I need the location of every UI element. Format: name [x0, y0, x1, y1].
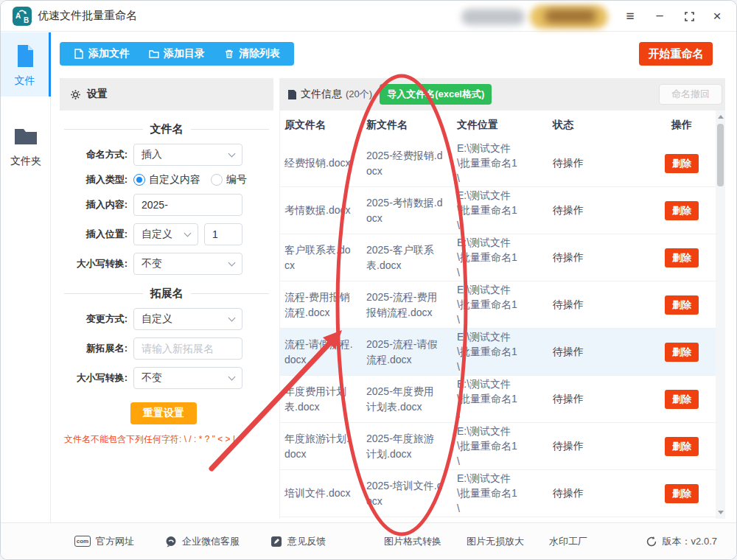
import-filenames-button[interactable]: 导入文件名(excel格式): [380, 84, 492, 105]
feedback-link[interactable]: 意见反馈: [270, 535, 326, 548]
image-lossless-enlarge-link[interactable]: 图片无损放大: [467, 535, 524, 548]
footer: com 官方网址 企业微信客服 意见反馈 图片格式转换 图片无损放大 水印工厂 …: [1, 522, 736, 559]
table-row: 年度旅游计划.docx 2025-年度旅游计划.docx E:\测试文件\批量重…: [280, 423, 725, 470]
status-badge: 待操作: [553, 487, 650, 500]
file-list-panel: 文件信息 (20个) 导入文件名(excel格式) 命名撤回 原文件名 新文件名…: [279, 78, 725, 519]
official-site-link[interactable]: com 官方网址: [74, 535, 134, 548]
settings-header: 设置: [60, 78, 273, 111]
scroll-down-icon[interactable]: [716, 508, 725, 517]
naming-method-select[interactable]: 插入: [133, 144, 242, 166]
file-blue-icon: [12, 43, 38, 69]
chat-icon: [165, 536, 177, 547]
com-icon: com: [74, 536, 91, 547]
image-format-convert-link[interactable]: 图片格式转换: [384, 535, 441, 548]
toolbar: 添加文件 添加目录 清除列表: [60, 42, 294, 66]
insert-position-row: 插入位置: 自定义: [60, 223, 273, 245]
sidebar-item-file[interactable]: 文件: [1, 32, 51, 97]
ext-case-convert-select[interactable]: 不变: [133, 367, 242, 389]
status-badge: 待操作: [553, 393, 650, 406]
table-row: 年度费用计划表.docx 2025-年度费用计划表.docx E:\测试文件\批…: [280, 376, 725, 423]
status-badge: 待操作: [553, 204, 650, 217]
gear-icon: [70, 89, 81, 100]
maximize-icon[interactable]: [679, 6, 699, 27]
status-badge: 待操作: [553, 157, 650, 170]
file-count: (20个): [346, 88, 372, 101]
filename-warning-text: 文件名不能包含下列任何字符: \ / : * ? " < > |: [64, 433, 273, 446]
file-info-icon: [287, 89, 297, 100]
wechat-support-link[interactable]: 企业微信客服: [165, 535, 240, 548]
close-icon[interactable]: ×: [707, 6, 727, 27]
refresh-icon: [646, 536, 657, 547]
delete-button[interactable]: 删除: [665, 343, 699, 362]
insert-position-number-input[interactable]: [204, 223, 242, 245]
add-folder-button[interactable]: 添加目录: [139, 42, 214, 66]
svg-text:A: A: [15, 12, 21, 20]
status-badge: 待操作: [553, 298, 650, 312]
delete-button[interactable]: 删除: [665, 484, 699, 503]
chevron-down-icon: [228, 374, 236, 381]
table-row: 流程-请假流程.docx 2025-流程-请假流程.docx E:\测试文件\批…: [280, 329, 725, 376]
app-title: 优速文件批量重命名: [38, 9, 137, 23]
table-row: 客户联系表.docx 2025-客户联系表.docx E:\测试文件\批量重命名…: [280, 234, 725, 281]
file-icon: [74, 49, 84, 59]
chevron-down-icon: [184, 230, 192, 237]
delete-button[interactable]: 删除: [665, 437, 699, 456]
menu-icon[interactable]: ≡: [620, 6, 640, 27]
insert-position-select[interactable]: 自定义: [133, 223, 198, 245]
folder-icon: [149, 49, 159, 59]
blurred-account-info: [461, 9, 525, 25]
change-method-row: 变更方式: 自定义: [60, 308, 273, 330]
add-file-button[interactable]: 添加文件: [64, 42, 139, 66]
minimize-icon[interactable]: −: [649, 6, 670, 27]
settings-panel: 设置 文件名 命名方式: 插入 插入类型: 自定义内容 编号 插入内容: 插入位…: [60, 78, 273, 446]
sidebar-item-folder[interactable]: 文件夹: [1, 113, 51, 177]
blurred-vip-badge-text: [545, 10, 596, 23]
scroll-up-icon[interactable]: [716, 112, 725, 122]
reset-settings-button[interactable]: 重置设置: [130, 402, 197, 424]
new-extension-row: 新拓展名:: [60, 337, 273, 360]
insert-type-row: 插入类型: 自定义内容 编号: [60, 173, 273, 186]
delete-button[interactable]: 删除: [665, 295, 699, 315]
radio-number[interactable]: 编号: [211, 173, 247, 186]
naming-method-row: 命名方式: 插入: [60, 144, 273, 166]
change-method-select[interactable]: 自定义: [133, 308, 242, 330]
start-rename-button[interactable]: 开始重命名: [639, 42, 713, 66]
table-row: 流程-费用报销流程.docx 2025-流程-费用报销流程.docx E:\测试…: [280, 281, 725, 329]
sidebar: 文件 文件夹: [1, 32, 51, 522]
scrollbar-thumb[interactable]: [717, 124, 724, 186]
delete-button[interactable]: 删除: [665, 248, 699, 267]
status-badge: 待操作: [553, 251, 650, 265]
rename-undo-button[interactable]: 命名撤回: [659, 84, 722, 105]
version-info[interactable]: 版本：v2.0.7: [646, 523, 717, 559]
titlebar: AB 优速文件批量重命名 ≡ − ×: [1, 1, 736, 32]
radio-unselected-icon: [211, 174, 223, 186]
feedback-icon: [270, 536, 282, 547]
table-row: 考情数据.docx 2025-考情数据.docx E:\测试文件\批量重命名1\…: [280, 187, 725, 234]
app-logo-icon: AB: [13, 7, 32, 26]
table-header: 原文件名 新文件名 文件位置 状态 操作: [280, 111, 725, 140]
status-badge: 待操作: [553, 346, 650, 359]
new-extension-input[interactable]: [133, 337, 242, 360]
svg-text:B: B: [24, 16, 29, 24]
case-convert-select[interactable]: 不变: [133, 253, 242, 275]
vertical-scrollbar[interactable]: [716, 111, 725, 519]
radio-custom-content[interactable]: 自定义内容: [133, 173, 200, 186]
case-convert-row: 大小写转换: 不变: [60, 253, 273, 275]
trash-icon: [224, 49, 234, 59]
app-window: AB 优速文件批量重命名 ≡ − × 添加文件 添加目录 清除列表 开始重命名: [0, 0, 737, 560]
filename-section-title: 文件名: [64, 122, 269, 136]
extension-section-title: 拓展名: [64, 287, 269, 301]
insert-content-row: 插入内容:: [60, 194, 273, 216]
chevron-down-icon: [228, 315, 236, 322]
insert-content-input[interactable]: [133, 194, 242, 216]
file-info-header: 文件信息 (20个) 导入文件名(excel格式) 命名撤回: [280, 78, 725, 111]
table-row: 培训文件.docx 2025-培训文件.docx E:\测试文件\批量重命名1\…: [280, 470, 725, 517]
folder-dark-icon: [13, 123, 39, 150]
delete-button[interactable]: 删除: [665, 390, 699, 409]
ext-case-convert-row: 大小写转换: 不变: [60, 367, 273, 389]
watermark-factory-link[interactable]: 水印工厂: [549, 535, 587, 548]
delete-button[interactable]: 删除: [665, 201, 699, 220]
delete-button[interactable]: 删除: [665, 154, 699, 173]
clear-list-button[interactable]: 清除列表: [214, 42, 290, 66]
chevron-down-icon: [228, 150, 236, 158]
